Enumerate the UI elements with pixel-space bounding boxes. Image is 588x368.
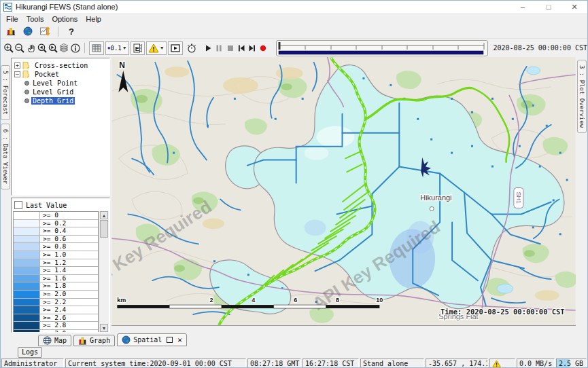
collapse-icon[interactable]: – xyxy=(14,71,20,77)
tab-close-icon[interactable]: ✕ xyxy=(177,337,182,344)
menu-options[interactable]: Options xyxy=(49,14,83,24)
right-dock-tabstrip: 3 : Plot Overview xyxy=(576,57,587,333)
tab-forecast[interactable]: 5 : Forecast xyxy=(1,65,10,120)
legend-row-label: >= 1.0 xyxy=(40,251,66,259)
tree-item-depth-grid[interactable]: Depth Grid xyxy=(12,96,109,105)
bullet-icon xyxy=(24,81,29,86)
previous-frame-icon xyxy=(236,43,247,54)
explorer-button[interactable] xyxy=(3,25,18,37)
zoom-next-button[interactable] xyxy=(48,41,58,55)
last-value-label: Last Value xyxy=(26,202,67,209)
elevation-scale-button[interactable]: E xyxy=(131,41,145,55)
tab-plot-overview[interactable]: 3 : Plot Overview xyxy=(577,60,587,133)
status-download-rate: 0.0 MB/s xyxy=(517,358,555,368)
legend-color-swatch xyxy=(14,212,40,219)
tab-graph[interactable]: Graph xyxy=(73,335,115,346)
menu-tools[interactable]: Tools xyxy=(24,14,50,24)
legend-color-swatch xyxy=(14,282,40,290)
animation-movie-button[interactable] xyxy=(168,41,183,55)
tree-item-label: Depth Grid xyxy=(31,97,75,105)
record-button[interactable] xyxy=(258,41,269,55)
zoom-in-button[interactable] xyxy=(3,41,14,55)
previous-frame-button[interactable] xyxy=(236,41,247,55)
record-icon xyxy=(258,43,269,54)
scroll-up-icon[interactable]: ▲ xyxy=(100,211,108,219)
tab-data-viewer[interactable]: 6 : Data Viewer xyxy=(1,124,10,189)
status-warning-cell[interactable] xyxy=(489,358,515,368)
tree-item-level-point[interactable]: Level Point xyxy=(12,79,109,88)
legend-color-swatch xyxy=(14,243,40,251)
legend-row-label: >= 0.2 xyxy=(40,220,66,227)
last-value-checkbox[interactable] xyxy=(14,201,22,209)
legend-color-swatch xyxy=(14,291,40,298)
menu-help[interactable]: Help xyxy=(83,14,107,24)
map-display-button[interactable] xyxy=(20,25,35,37)
legend-row: >= 2.4 xyxy=(14,306,98,314)
bullet-icon xyxy=(24,98,29,103)
legend-row-label: >= 2.4 xyxy=(40,306,66,314)
next-frame-button[interactable] xyxy=(247,41,258,55)
time-settings-button[interactable] xyxy=(186,41,197,55)
grid-display-button[interactable] xyxy=(89,41,104,55)
tab-spatial[interactable]: Spatial ✕ xyxy=(117,333,187,346)
time-slider-track xyxy=(277,41,487,55)
tree-item-level-grid[interactable]: Level Grid xyxy=(12,88,109,96)
legend-row-label: >= 2.8 xyxy=(40,322,66,329)
logs-tab[interactable]: Logs xyxy=(18,347,42,358)
menu-file[interactable]: File xyxy=(3,14,24,24)
legend-row-label: >= 0 xyxy=(40,212,58,219)
expand-icon[interactable]: + xyxy=(14,62,20,69)
tab-map[interactable]: Map xyxy=(38,335,71,346)
pan-button[interactable] xyxy=(26,41,37,55)
svg-text:10: 10 xyxy=(376,297,383,303)
tab-graph-label: Graph xyxy=(90,337,110,344)
scroll-thumb[interactable] xyxy=(100,220,108,238)
map-toolbar: ●0.1▼ E ▼ 2020-08-25 00:00:00 CST xyxy=(1,38,587,57)
pause-button[interactable] xyxy=(213,41,224,55)
bullet-icon xyxy=(24,90,29,94)
warning-thresholds-dropdown[interactable]: ▼ xyxy=(146,41,167,55)
zoom-out-icon xyxy=(14,43,25,54)
status-system-time: Current system time:2020-09-01 00:00 CST xyxy=(65,358,246,368)
maximize-button[interactable]: □ xyxy=(536,1,561,13)
tab-restore-icon[interactable] xyxy=(167,337,173,343)
status-bar: Administrator Current system time:2020-0… xyxy=(1,358,587,368)
folder-icon xyxy=(22,62,31,69)
blue-globe-icon xyxy=(122,335,131,344)
legend-color-swatch xyxy=(14,259,40,267)
warning-icon xyxy=(492,360,501,368)
import-export-button[interactable] xyxy=(37,25,52,37)
play-button[interactable] xyxy=(203,41,213,55)
legend-color-swatch xyxy=(14,267,40,274)
stop-button[interactable] xyxy=(224,41,235,55)
grid-icon xyxy=(91,43,102,54)
close-button[interactable]: ✕ xyxy=(561,1,587,13)
map-canvas[interactable]: API Key Required API Key Required N Hiku… xyxy=(111,57,576,326)
minimize-button[interactable]: – xyxy=(510,1,536,13)
legend-scrollbar[interactable]: ▲ ▼ xyxy=(99,211,109,332)
help-button[interactable]: ? xyxy=(64,25,79,37)
zoom-previous-icon xyxy=(37,43,48,54)
legend-row: >= 1.0 xyxy=(14,251,98,259)
zoom-previous-button[interactable] xyxy=(37,41,48,55)
elevation-scale-icon: E xyxy=(133,43,143,54)
pause-icon xyxy=(213,43,224,54)
time-slider[interactable] xyxy=(276,40,488,56)
stop-icon xyxy=(225,43,236,54)
decimal-precision-dropdown[interactable]: ●0.1▼ xyxy=(105,41,129,55)
zoom-out-button[interactable] xyxy=(14,41,25,55)
scroll-down-icon[interactable]: ▼ xyxy=(100,324,108,332)
logs-row: Logs xyxy=(1,346,587,358)
info-button[interactable] xyxy=(70,41,81,55)
last-value-option[interactable]: Last Value xyxy=(12,198,109,212)
tree-item-pocket[interactable]: – Pocket xyxy=(12,70,109,79)
window-title: Hikurangi FEWS (Stand alone) xyxy=(16,3,118,11)
layer-tree: + Cross-section – Pocket Level Point Lev… xyxy=(11,58,110,196)
tree-item-cross-section[interactable]: + Cross-section xyxy=(12,61,109,70)
status-gmt-time: 08:27:18 GMT xyxy=(247,358,301,368)
legend-row: >= 3.0 xyxy=(14,330,98,332)
layers-button[interactable] xyxy=(58,41,69,55)
svg-text:8: 8 xyxy=(336,297,339,303)
zoom-in-icon xyxy=(3,43,14,54)
legend-row-label: >= 2.0 xyxy=(40,291,66,298)
